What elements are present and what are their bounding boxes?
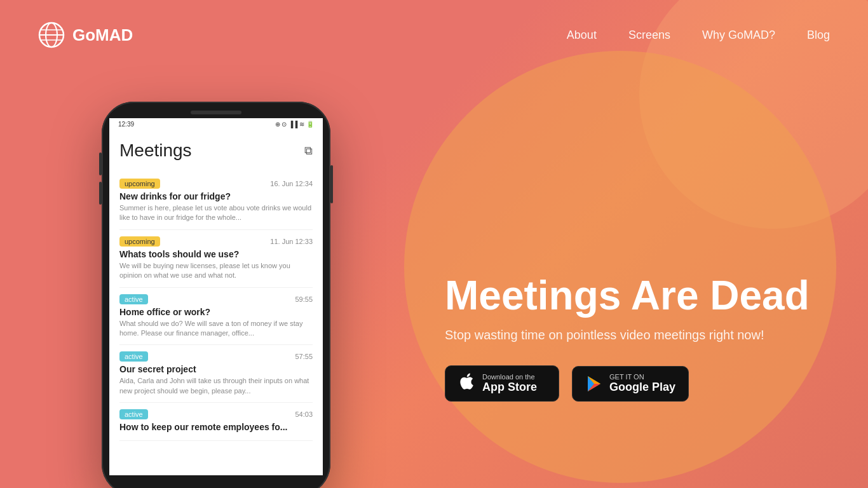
nav-screens[interactable]: Screens [628, 29, 670, 42]
meeting-item-header: active 59:55 [119, 294, 313, 304]
apple-icon [458, 372, 476, 395]
hero-subtitle: Stop wasting time on pointless video mee… [445, 328, 817, 342]
meeting-item: active 57:55 Our secret project Aida, Ca… [119, 345, 313, 403]
google-play-text: GET IT ON Google Play [609, 373, 675, 395]
logo-icon [38, 22, 65, 48]
meeting-badge-active: active [119, 351, 148, 362]
app-store-text: Download on the App Store [482, 373, 537, 395]
meeting-item-header: active 57:55 [119, 351, 313, 362]
meeting-item: active 59:55 Home office or work? What s… [119, 288, 313, 346]
hero-title: Meetings Are Dead [445, 273, 817, 318]
google-play-icon [585, 375, 603, 393]
phone-notch [191, 111, 241, 114]
meeting-desc: Summer is here, please let us vote abou … [119, 203, 313, 223]
google-play-line1: GET IT ON [609, 373, 675, 381]
power-button [330, 165, 333, 203]
meeting-name: How to keep our remote employees fo... [119, 422, 313, 432]
logo-text: GoMAD [72, 25, 133, 45]
phone-left-buttons [99, 152, 102, 205]
download-buttons: Download on the App Store GET IT ON Go [445, 365, 817, 402]
main-nav: About Screens Why GoMAD? Blog [567, 29, 830, 42]
meeting-item: active 54:03 How to keep our remote empl… [119, 403, 313, 441]
nav-why-gomad[interactable]: Why GoMAD? [702, 29, 775, 42]
nav-blog[interactable]: Blog [807, 29, 830, 42]
meeting-badge-active: active [119, 294, 148, 304]
meeting-badge-active: active [119, 409, 148, 419]
meeting-name: New drinks for our fridge? [119, 191, 313, 201]
meeting-name: Our secret project [119, 364, 313, 374]
header: GoMAD About Screens Why GoMAD? Blog [0, 0, 868, 70]
meeting-time: 57:55 [295, 353, 313, 360]
meeting-name: Whats tools should we use? [119, 249, 313, 259]
meeting-item-header: upcoming 11. Jun 12:33 [119, 236, 313, 247]
meetings-header: Meetings ⧉ [119, 140, 313, 161]
logo-text-bold: MAD [95, 25, 133, 44]
volume-up-button [99, 152, 102, 175]
google-play-line2: Google Play [609, 381, 675, 395]
phone-screen-content: Meetings ⧉ upcoming 16. Jun 12:34 New dr… [109, 130, 323, 451]
meeting-badge-upcoming: upcoming [119, 236, 160, 247]
phone-notch-bar [109, 111, 323, 114]
meeting-desc: Aida, Carla and John will take us throug… [119, 376, 313, 396]
meeting-item-header: active 54:03 [119, 409, 313, 419]
meeting-time: 16. Jun 12:34 [270, 180, 313, 187]
phone-right-buttons [330, 165, 333, 203]
meetings-edit-icon[interactable]: ⧉ [304, 144, 313, 158]
meeting-item-header: upcoming 16. Jun 12:34 [119, 179, 313, 189]
meeting-desc: We will be buying new licenses, please l… [119, 261, 313, 281]
nav-about[interactable]: About [567, 29, 597, 42]
status-time: 12:39 [118, 121, 134, 128]
google-play-button[interactable]: GET IT ON Google Play [572, 366, 689, 402]
phone-mockup: 12:39 ⊕ ⊙ ▐▐ ≋ 🔋 Meetings ⧉ upcoming 16.… [102, 102, 330, 488]
page-wrapper: GoMAD About Screens Why GoMAD? Blog [0, 0, 868, 488]
volume-down-button [99, 182, 102, 205]
app-store-line2: App Store [482, 381, 537, 395]
app-store-button[interactable]: Download on the App Store [445, 365, 559, 402]
meeting-badge-upcoming: upcoming [119, 179, 160, 189]
meeting-name: Home office or work? [119, 307, 313, 317]
hero-section: Meetings Are Dead Stop wasting time on p… [394, 273, 868, 402]
meeting-time: 59:55 [295, 295, 313, 303]
status-icons: ⊕ ⊙ ▐▐ ≋ 🔋 [275, 121, 314, 128]
phone-frame: 12:39 ⊕ ⊙ ▐▐ ≋ 🔋 Meetings ⧉ upcoming 16.… [102, 102, 330, 488]
meeting-item: upcoming 16. Jun 12:34 New drinks for ou… [119, 172, 313, 230]
logo: GoMAD [38, 22, 133, 48]
meeting-item: upcoming 11. Jun 12:33 Whats tools shoul… [119, 230, 313, 288]
meeting-desc: What should we do? We will save a ton of… [119, 319, 313, 339]
meeting-time: 11. Jun 12:33 [270, 238, 313, 245]
logo-text-regular: Go [72, 25, 95, 44]
phone-screen: 12:39 ⊕ ⊙ ▐▐ ≋ 🔋 Meetings ⧉ upcoming 16.… [109, 118, 323, 475]
bg-circle-large [404, 51, 836, 483]
meetings-title: Meetings [119, 140, 192, 161]
phone-status-bar: 12:39 ⊕ ⊙ ▐▐ ≋ 🔋 [109, 118, 323, 130]
meeting-time: 54:03 [295, 410, 313, 418]
app-store-line1: Download on the [482, 373, 537, 381]
